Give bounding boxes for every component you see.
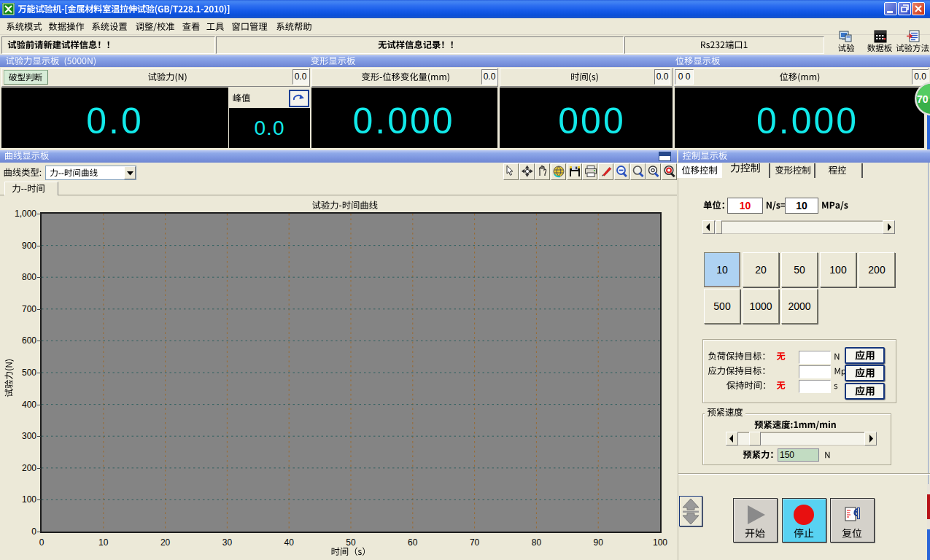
svg-text:70: 70	[917, 93, 929, 105]
